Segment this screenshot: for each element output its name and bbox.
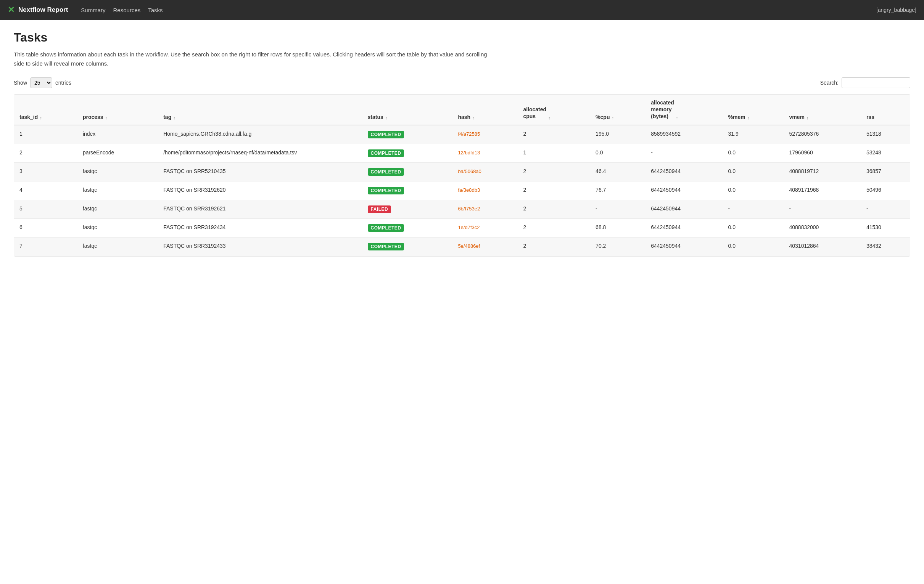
sort-icon-task-id: ↕ bbox=[40, 116, 42, 120]
hash-value[interactable]: fa/3e8db3 bbox=[458, 187, 480, 193]
table-row: 2 parseEncode /home/pditommaso/projects/… bbox=[14, 144, 910, 162]
cell-allocated-memory: 6442450944 bbox=[645, 219, 723, 237]
cell-tag: FASTQC on SRR3192620 bbox=[158, 181, 362, 200]
cell-task-id: 6 bbox=[14, 219, 78, 237]
entries-label: entries bbox=[55, 80, 71, 86]
navbar-user: [angry_babbage] bbox=[876, 7, 916, 13]
cell-pmem: 0.0 bbox=[723, 144, 784, 162]
col-pmem[interactable]: %mem ↕ bbox=[723, 95, 784, 125]
sort-icon-pmem: ↕ bbox=[747, 116, 750, 120]
table-row: 5 fastqc FASTQC on SRR3192621 FAILED 6b/… bbox=[14, 200, 910, 219]
cell-allocated-memory: 6442450944 bbox=[645, 181, 723, 200]
search-label: Search: bbox=[820, 80, 838, 86]
col-task-id[interactable]: task_id ↕ bbox=[14, 95, 78, 125]
cell-hash: f4/a72585 bbox=[452, 125, 518, 144]
status-badge: COMPLETED bbox=[368, 224, 404, 232]
sort-icon-allocated-cpus: ↕ bbox=[548, 116, 551, 120]
cell-status: COMPLETED bbox=[363, 219, 453, 237]
col-allocated-cpus[interactable]: allocated cpus ↕ bbox=[518, 95, 590, 125]
cell-process: parseEncode bbox=[78, 144, 158, 162]
status-badge: COMPLETED bbox=[368, 150, 404, 157]
table-row: 6 fastqc FASTQC on SRR3192434 COMPLETED … bbox=[14, 219, 910, 237]
cell-status: FAILED bbox=[363, 200, 453, 219]
status-badge: COMPLETED bbox=[368, 131, 404, 138]
cell-hash: ba/5068a0 bbox=[452, 162, 518, 181]
sort-icon-pcpu: ↕ bbox=[612, 116, 614, 120]
cell-rss: 51318 bbox=[861, 125, 910, 144]
table-row: 4 fastqc FASTQC on SRR3192620 COMPLETED … bbox=[14, 181, 910, 200]
cell-task-id: 2 bbox=[14, 144, 78, 162]
cell-pcpu: 68.8 bbox=[590, 219, 645, 237]
search-input[interactable] bbox=[842, 77, 910, 88]
cell-pmem: 0.0 bbox=[723, 162, 784, 181]
col-pcpu[interactable]: %cpu ↕ bbox=[590, 95, 645, 125]
cell-pcpu: 76.7 bbox=[590, 181, 645, 200]
hash-value[interactable]: ba/5068a0 bbox=[458, 168, 481, 174]
col-process[interactable]: process ↕ bbox=[78, 95, 158, 125]
cell-vmem: 5272805376 bbox=[784, 125, 861, 144]
entries-select[interactable]: 10 25 50 100 bbox=[30, 77, 52, 88]
hash-value[interactable]: 6b/f753e2 bbox=[458, 206, 480, 212]
cell-pmem: 31.9 bbox=[723, 125, 784, 144]
col-vmem[interactable]: vmem ↕ bbox=[784, 95, 861, 125]
cell-hash: 6b/f753e2 bbox=[452, 200, 518, 219]
cell-pmem: 0.0 bbox=[723, 237, 784, 256]
cell-task-id: 5 bbox=[14, 200, 78, 219]
cell-pcpu: 195.0 bbox=[590, 125, 645, 144]
cell-tag: FASTQC on SRR5210435 bbox=[158, 162, 362, 181]
col-tag[interactable]: tag ↕ bbox=[158, 95, 362, 125]
cell-task-id: 1 bbox=[14, 125, 78, 144]
col-rss[interactable]: rss bbox=[861, 95, 910, 125]
status-badge: FAILED bbox=[368, 206, 391, 213]
hash-value[interactable]: 12/bdfd13 bbox=[458, 150, 480, 156]
cell-rss: - bbox=[861, 200, 910, 219]
hash-value[interactable]: 1e/d7f3c2 bbox=[458, 225, 480, 230]
table-row: 7 fastqc FASTQC on SRR3192433 COMPLETED … bbox=[14, 237, 910, 256]
cell-tag: FASTQC on SRR3192433 bbox=[158, 237, 362, 256]
sort-icon-status: ↕ bbox=[385, 116, 388, 120]
table-controls: Show 10 25 50 100 entries Search: bbox=[14, 77, 910, 88]
cell-tag: /home/pditommaso/projects/rnaseq-nf/data… bbox=[158, 144, 362, 162]
nav-resources[interactable]: Resources bbox=[113, 5, 141, 15]
cell-process: fastqc bbox=[78, 219, 158, 237]
cell-rss: 50496 bbox=[861, 181, 910, 200]
cell-process: fastqc bbox=[78, 181, 158, 200]
cell-allocated-memory: 6442450944 bbox=[645, 200, 723, 219]
cell-pmem: 0.0 bbox=[723, 181, 784, 200]
cell-vmem: - bbox=[784, 200, 861, 219]
status-badge: COMPLETED bbox=[368, 168, 404, 176]
cell-allocated-memory: 6442450944 bbox=[645, 162, 723, 181]
col-allocated-memory[interactable]: allocated memory (bytes) ↕ bbox=[645, 95, 723, 125]
cell-vmem: 4088819712 bbox=[784, 162, 861, 181]
cell-pcpu: 0.0 bbox=[590, 144, 645, 162]
cell-hash: 12/bdfd13 bbox=[452, 144, 518, 162]
nav-summary[interactable]: Summary bbox=[81, 5, 105, 15]
col-hash[interactable]: hash ↕ bbox=[452, 95, 518, 125]
cell-hash: fa/3e8db3 bbox=[452, 181, 518, 200]
col-status[interactable]: status ↕ bbox=[363, 95, 453, 125]
cell-pcpu: 70.2 bbox=[590, 237, 645, 256]
show-label: Show bbox=[14, 80, 27, 86]
cell-status: COMPLETED bbox=[363, 125, 453, 144]
hash-value[interactable]: f4/a72585 bbox=[458, 131, 480, 137]
table-body: 1 index Homo_sapiens.GRCh38.cdna.all.fa.… bbox=[14, 125, 910, 256]
cell-allocated-cpus: 1 bbox=[518, 144, 590, 162]
sort-icon-allocated-memory: ↕ bbox=[676, 116, 678, 120]
cell-status: COMPLETED bbox=[363, 162, 453, 181]
cell-tag: FASTQC on SRR3192621 bbox=[158, 200, 362, 219]
brand-icon: ✕ bbox=[8, 6, 15, 14]
hash-value[interactable]: 5e/4886ef bbox=[458, 243, 480, 249]
cell-status: COMPLETED bbox=[363, 144, 453, 162]
cell-process: index bbox=[78, 125, 158, 144]
cell-vmem: 4031012864 bbox=[784, 237, 861, 256]
cell-pmem: 0.0 bbox=[723, 219, 784, 237]
cell-process: fastqc bbox=[78, 162, 158, 181]
cell-pcpu: 46.4 bbox=[590, 162, 645, 181]
sort-icon-tag: ↕ bbox=[173, 116, 175, 120]
cell-rss: 36857 bbox=[861, 162, 910, 181]
cell-allocated-cpus: 2 bbox=[518, 181, 590, 200]
cell-vmem: 17960960 bbox=[784, 144, 861, 162]
cell-process: fastqc bbox=[78, 200, 158, 219]
nav-tasks[interactable]: Tasks bbox=[148, 5, 163, 15]
sort-icon-process: ↕ bbox=[105, 116, 107, 120]
